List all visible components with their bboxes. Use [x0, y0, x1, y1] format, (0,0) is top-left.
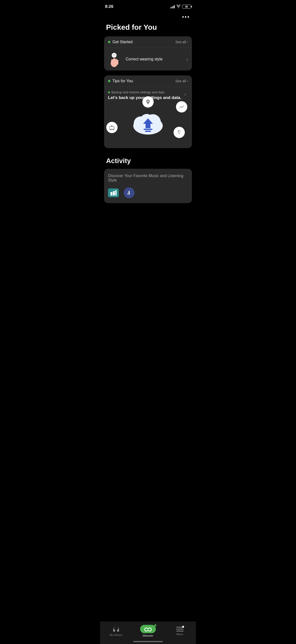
- ear-orbit-icon: [174, 127, 185, 138]
- get-started-card: Get Started See all ›: [104, 36, 192, 70]
- tips-see-all[interactable]: See all ›: [176, 79, 188, 83]
- wifi-icon: [176, 5, 181, 9]
- briefcase-orbit-icon: [106, 122, 118, 133]
- bottom-spacer: [100, 208, 196, 232]
- status-bar: 8:26 90: [100, 0, 196, 12]
- activity-section: Activity Discover Your Favorite Music an…: [100, 153, 196, 208]
- tips-title: Tips for You: [112, 79, 133, 83]
- chart-orbit-icon: [176, 101, 187, 112]
- svg-rect-1: [111, 59, 113, 64]
- tips-item-subtitle: Backup and restore settings and data: [111, 90, 164, 94]
- earbud-hand-icon: [108, 52, 123, 66]
- svg-point-6: [113, 54, 116, 57]
- correct-wearing-text: Correct wearing style: [126, 57, 162, 62]
- get-started-title: Get Started: [112, 40, 133, 44]
- status-icons: 90: [170, 5, 191, 9]
- tips-header: Tips for You See all ›: [104, 76, 192, 87]
- svg-rect-16: [115, 190, 117, 196]
- svg-rect-2: [113, 58, 115, 64]
- tips-chevron-icon: ›: [187, 79, 188, 83]
- tips-dot: [108, 80, 110, 82]
- battery-icon: 90: [182, 5, 191, 8]
- signal-bars-icon: [170, 5, 175, 8]
- svg-rect-14: [110, 192, 112, 196]
- activity-blue-icon: [124, 188, 134, 198]
- svg-rect-12: [144, 129, 152, 130]
- backup-tip-chevron-icon: ›: [184, 91, 186, 97]
- get-started-chevron-icon: ›: [187, 40, 188, 44]
- activity-teal-icon: [108, 188, 119, 197]
- svg-rect-4: [117, 60, 118, 64]
- svg-rect-17: [129, 191, 130, 195]
- location-orbit-icon: [142, 96, 154, 108]
- get-started-dot: [108, 41, 110, 43]
- status-time: 8:26: [105, 4, 113, 9]
- svg-rect-18: [127, 193, 128, 195]
- page-title: Picked for You: [100, 21, 196, 36]
- correct-wearing-item[interactable]: Correct wearing style ›: [104, 48, 192, 70]
- svg-rect-15: [113, 191, 115, 196]
- tips-card: Tips for You See all › Backup and restor…: [104, 76, 192, 148]
- activity-title: Activity: [100, 155, 196, 169]
- svg-rect-13: [145, 131, 151, 132]
- cloud-illustration: [108, 100, 188, 145]
- more-menu-button[interactable]: •••: [100, 12, 196, 21]
- more-dots-icon[interactable]: •••: [182, 14, 190, 20]
- backup-tip-item[interactable]: Backup and restore settings and data Let…: [104, 87, 192, 148]
- activity-card[interactable]: Discover Your Favorite Music and Listeni…: [104, 169, 192, 203]
- svg-rect-3: [115, 59, 117, 64]
- tips-item-dot: [108, 91, 110, 93]
- correct-wearing-chevron-icon: ›: [186, 56, 188, 62]
- activity-card-title: Discover Your Favorite Music and Listeni…: [108, 174, 188, 182]
- get-started-see-all[interactable]: See all ›: [176, 40, 188, 44]
- get-started-header: Get Started See all ›: [104, 36, 192, 48]
